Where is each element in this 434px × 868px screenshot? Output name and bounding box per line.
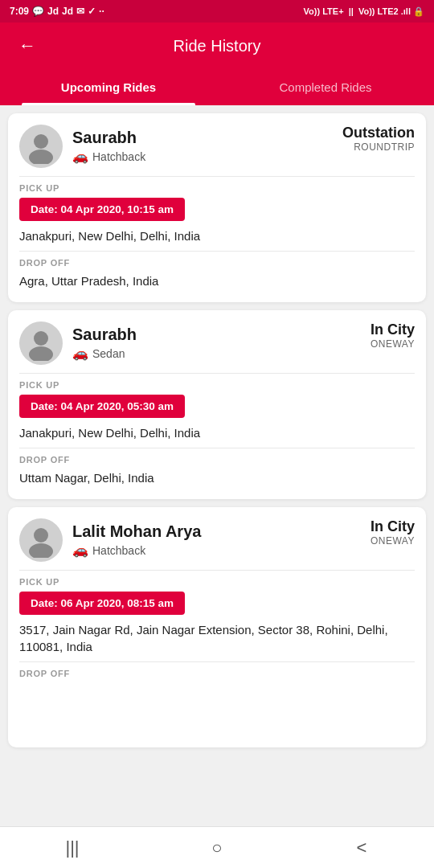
ride-card: Saurabh 🚗 Sedan In City ONEWAY PICK UP D… xyxy=(8,310,426,499)
svg-point-1 xyxy=(29,149,53,164)
pickup-date-badge: Date: 06 Apr 2020, 08:15 am xyxy=(19,592,185,615)
ride-subtype: ONEWAY xyxy=(371,535,415,547)
header: ← Ride History xyxy=(0,23,434,69)
ride-type: In City xyxy=(371,518,415,535)
dots-icon: ·· xyxy=(99,6,104,17)
car-type: 🚗 Hatchback xyxy=(72,149,145,164)
mail-icon: ✉ xyxy=(76,6,84,17)
ride-type: Outstation xyxy=(342,125,415,141)
divider2 xyxy=(19,251,415,252)
pickup-address: Janakpuri, New Delhi, Delhi, India xyxy=(19,227,415,244)
driver-info: Lalit Mohan Arya 🚗 Hatchback xyxy=(72,522,201,558)
ride-type-info: Outstation ROUNDTRIP xyxy=(342,125,415,153)
ride-subtype: ONEWAY xyxy=(371,338,415,350)
svg-point-0 xyxy=(34,134,48,149)
back-button[interactable]: ← xyxy=(13,31,42,60)
dropoff-address: Uttam Nagar, Delhi, India xyxy=(19,469,415,486)
svg-point-5 xyxy=(29,543,53,558)
ride-type: In City xyxy=(371,321,415,338)
card-top-left: Lalit Mohan Arya 🚗 Hatchback xyxy=(19,518,201,562)
car-icon: 🚗 xyxy=(72,149,88,164)
ride-type-info: In City ONEWAY xyxy=(371,321,415,350)
driver-name: Lalit Mohan Arya xyxy=(72,522,201,541)
driver-name: Saurabh xyxy=(72,326,137,344)
card-top-left: Saurabh 🚗 Sedan xyxy=(19,321,137,365)
nav-back-icon[interactable]: < xyxy=(338,837,386,858)
tabs-bar: Upcoming Rides Completed Rides xyxy=(0,69,434,105)
car-type: 🚗 Sedan xyxy=(72,346,137,361)
pickup-label: PICK UP xyxy=(19,380,415,390)
car-icon: 🚗 xyxy=(72,346,88,361)
page-title: Ride History xyxy=(174,37,261,55)
ride-card: Lalit Mohan Arya 🚗 Hatchback In City ONE… xyxy=(8,507,426,747)
svg-point-2 xyxy=(34,331,48,346)
car-icon: 🚗 xyxy=(72,542,88,558)
divider xyxy=(19,373,415,374)
network-info: Vo)) LTE+ || Vo)) LTE2 .ıll 🔒 xyxy=(304,6,424,17)
tab-completed-rides[interactable]: Completed Rides xyxy=(217,69,434,105)
message-icon: 💬 xyxy=(32,6,44,17)
pickup-address: Janakpuri, New Delhi, Delhi, India xyxy=(19,424,415,441)
divider2 xyxy=(19,661,415,662)
pickup-label: PICK UP xyxy=(19,577,415,587)
jd-label1: Jd xyxy=(47,6,59,17)
driver-info: Saurabh 🚗 Sedan xyxy=(72,326,137,361)
nav-home-icon[interactable]: ○ xyxy=(193,837,241,858)
jd-label2: Jd xyxy=(62,6,73,17)
nav-menu-icon[interactable]: ||| xyxy=(48,837,96,858)
pickup-date-badge: Date: 04 Apr 2020, 10:15 am xyxy=(19,198,185,221)
ride-subtype: ROUNDTRIP xyxy=(342,141,415,153)
avatar xyxy=(19,125,63,168)
divider2 xyxy=(19,448,415,448)
avatar xyxy=(19,321,63,365)
dropoff-label: DROP OFF xyxy=(19,455,415,465)
dropoff-address: Agra, Uttar Pradesh, India xyxy=(19,272,415,289)
status-left: 7:09 💬 Jd Jd ✉ ✓ ·· xyxy=(10,6,104,17)
avatar xyxy=(19,518,63,562)
dropoff-label: DROP OFF xyxy=(19,258,415,268)
rides-list: Saurabh 🚗 Hatchback Outstation ROUNDTRIP… xyxy=(0,105,434,755)
check-icon: ✓ xyxy=(88,6,96,17)
card-top: Saurabh 🚗 Hatchback Outstation ROUNDTRIP xyxy=(19,125,415,168)
status-right: Vo)) LTE+ || Vo)) LTE2 .ıll 🔒 xyxy=(304,6,424,17)
divider xyxy=(19,570,415,571)
ride-type-info: In City ONEWAY xyxy=(371,518,415,547)
pickup-date-badge: Date: 04 Apr 2020, 05:30 am xyxy=(19,395,185,418)
svg-point-4 xyxy=(34,528,48,542)
divider xyxy=(19,176,415,177)
pickup-label: PICK UP xyxy=(19,183,415,193)
status-bar: 7:09 💬 Jd Jd ✉ ✓ ·· Vo)) LTE+ || Vo)) LT… xyxy=(0,0,434,23)
dropoff-label: DROP OFF xyxy=(19,669,415,678)
bottom-navigation: ||| ○ < xyxy=(0,826,434,868)
time-display: 7:09 xyxy=(10,6,29,17)
tab-upcoming-rides[interactable]: Upcoming Rides xyxy=(0,69,217,105)
car-type: 🚗 Hatchback xyxy=(72,542,201,558)
card-top-left: Saurabh 🚗 Hatchback xyxy=(19,125,145,168)
driver-info: Saurabh 🚗 Hatchback xyxy=(72,129,145,164)
svg-point-3 xyxy=(29,346,53,361)
pickup-address: 3517, Jain Nagar Rd, Jain Nagar Extensio… xyxy=(19,621,415,655)
driver-name: Saurabh xyxy=(72,129,145,147)
card-top: Lalit Mohan Arya 🚗 Hatchback In City ONE… xyxy=(19,518,415,562)
card-top: Saurabh 🚗 Sedan In City ONEWAY xyxy=(19,321,415,365)
ride-card: Saurabh 🚗 Hatchback Outstation ROUNDTRIP… xyxy=(8,113,426,302)
